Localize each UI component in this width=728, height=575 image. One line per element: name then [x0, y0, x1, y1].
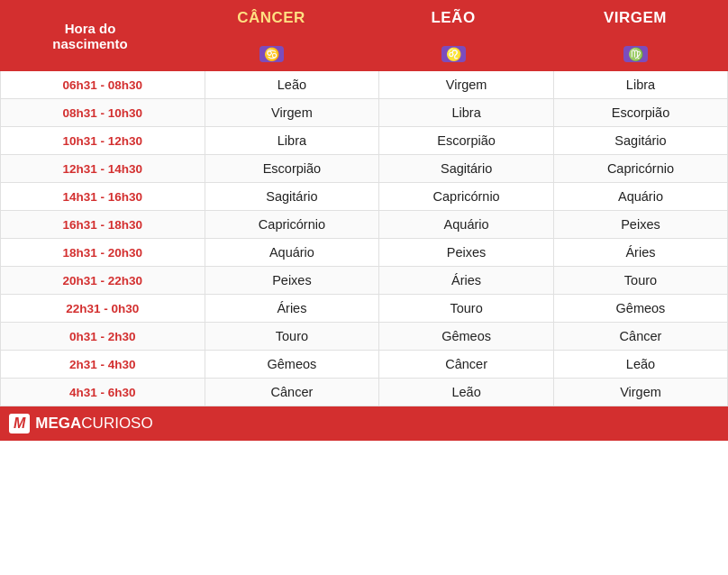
table-row: 4h31 - 6h30CâncerLeãoVirgem: [1, 379, 727, 406]
cell-time: 12h31 - 14h30: [1, 155, 205, 183]
table-row: 18h31 - 20h30AquárioPeixesÁries: [1, 239, 727, 267]
cell-time: 0h31 - 2h30: [1, 323, 205, 351]
table-row: 10h31 - 12h30LibraEscorpiãoSagitário: [1, 127, 727, 155]
virgem-icon: ♍: [623, 46, 648, 62]
leao-label: LEÃO: [366, 9, 541, 27]
table-header: Hora do nascimento CÂNCER ♋ LEÃO ♌ VIRGE…: [0, 0, 728, 71]
table-row: 14h31 - 16h30SagitárioCapricórnioAquário: [1, 183, 727, 211]
cell-time: 20h31 - 22h30: [1, 267, 205, 295]
cell-virgem: Libra: [553, 71, 727, 99]
cell-cancer: Aquário: [205, 239, 379, 267]
cell-time: 08h31 - 10h30: [1, 99, 205, 127]
cell-leao: Leão: [379, 379, 554, 406]
cell-cancer: Peixes: [205, 267, 379, 295]
cell-virgem: Capricórnio: [553, 155, 727, 183]
cell-cancer: Leão: [205, 71, 379, 99]
virgem-label: VIRGEM: [548, 9, 723, 27]
main-container: Hora do nascimento CÂNCER ♋ LEÃO ♌ VIRGE…: [0, 0, 728, 441]
cell-cancer: Escorpião: [205, 155, 379, 183]
cell-cancer: Câncer: [205, 379, 379, 406]
cell-leao: Sagitário: [379, 155, 554, 183]
logo-curioso: CURIOSO: [81, 415, 152, 432]
cell-leao: Capricórnio: [379, 183, 554, 211]
table-row: 16h31 - 18h30CapricórnioAquárioPeixes: [1, 211, 727, 239]
cell-time: 14h31 - 16h30: [1, 183, 205, 211]
cell-leao: Câncer: [379, 351, 554, 379]
footer-logo: M MEGACURIOSO: [9, 414, 153, 434]
cell-leao: Libra: [379, 99, 554, 127]
cell-leao: Áries: [379, 267, 554, 295]
cell-leao: Touro: [379, 295, 554, 323]
cell-virgem: Escorpião: [553, 99, 727, 127]
logo-icon: M: [9, 414, 30, 434]
table-row: 06h31 - 08h30LeãoVirgemLibra: [1, 71, 727, 99]
cell-virgem: Gêmeos: [553, 295, 727, 323]
cell-leao: Aquário: [379, 211, 554, 239]
cell-time: 22h31 - 0h30: [1, 295, 205, 323]
cell-virgem: Virgem: [553, 379, 727, 406]
cell-leao: Gêmeos: [379, 323, 554, 351]
table-wrapper: 06h31 - 08h30LeãoVirgemLibra08h31 - 10h3…: [0, 71, 728, 406]
cell-cancer: Touro: [205, 323, 379, 351]
cell-cancer: Capricórnio: [205, 211, 379, 239]
cell-cancer: Áries: [205, 295, 379, 323]
cell-leao: Peixes: [379, 239, 554, 267]
cell-cancer: Virgem: [205, 99, 379, 127]
header-leao: LEÃO ♌: [362, 0, 544, 71]
logo-mega: MEGA: [35, 415, 81, 432]
cell-cancer: Sagitário: [205, 183, 379, 211]
table-row: 2h31 - 4h30GêmeosCâncerLeão: [1, 351, 727, 379]
cell-leao: Escorpião: [379, 127, 554, 155]
table-row: 0h31 - 2h30TouroGêmeosCâncer: [1, 323, 727, 351]
header-time: Hora do nascimento: [0, 0, 180, 71]
cell-virgem: Áries: [553, 239, 727, 267]
cell-time: 10h31 - 12h30: [1, 127, 205, 155]
cell-cancer: Gêmeos: [205, 351, 379, 379]
cancer-label: CÂNCER: [184, 9, 359, 27]
header-time-line1: Hora do: [52, 21, 127, 36]
data-table: 06h31 - 08h30LeãoVirgemLibra08h31 - 10h3…: [1, 71, 727, 406]
logo-text: MEGACURIOSO: [35, 415, 152, 433]
cell-virgem: Touro: [553, 267, 727, 295]
cell-cancer: Libra: [205, 127, 379, 155]
cancer-icon: ♋: [259, 46, 284, 62]
cell-leao: Virgem: [379, 71, 554, 99]
header-time-line2: nascimento: [52, 36, 127, 51]
cell-time: 16h31 - 18h30: [1, 211, 205, 239]
cell-virgem: Leão: [553, 351, 727, 379]
cell-time: 2h31 - 4h30: [1, 351, 205, 379]
table-row: 22h31 - 0h30ÁriesTouroGêmeos: [1, 295, 727, 323]
cell-virgem: Sagitário: [553, 127, 727, 155]
cell-virgem: Peixes: [553, 211, 727, 239]
table-row: 20h31 - 22h30PeixesÁriesTouro: [1, 267, 727, 295]
footer: M MEGACURIOSO: [0, 406, 728, 441]
cell-time: 4h31 - 6h30: [1, 379, 205, 406]
cell-virgem: Aquário: [553, 183, 727, 211]
header-cancer: CÂNCER ♋: [180, 0, 362, 71]
table-row: 12h31 - 14h30EscorpiãoSagitárioCapricórn…: [1, 155, 727, 183]
cell-time: 06h31 - 08h30: [1, 71, 205, 99]
header-virgem: VIRGEM ♍: [544, 0, 726, 71]
table-row: 08h31 - 10h30VirgemLibraEscorpião: [1, 99, 727, 127]
cell-virgem: Câncer: [553, 323, 727, 351]
leao-icon: ♌: [441, 46, 466, 62]
cell-time: 18h31 - 20h30: [1, 239, 205, 267]
